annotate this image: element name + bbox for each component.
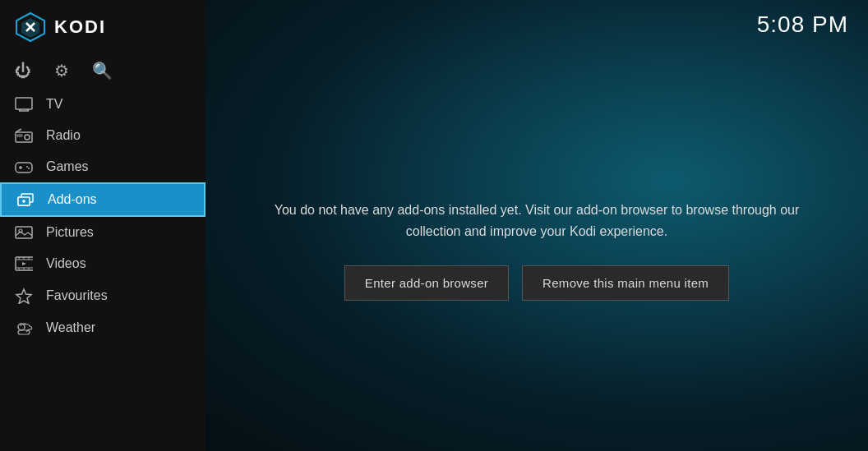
sidebar-item-weather-label: Weather [46, 320, 95, 335]
sidebar-item-games[interactable]: Games [0, 151, 205, 182]
pictures-icon [15, 225, 33, 240]
kodi-logo-icon [15, 12, 46, 43]
sidebar-controls: ⏻ ⚙ 🔍 [0, 54, 205, 89]
sidebar-item-addons-label: Add-ons [48, 192, 97, 207]
content-area: You do not have any add-ons installed ye… [205, 49, 868, 451]
sidebar-item-games-label: Games [46, 159, 89, 174]
videos-icon [15, 256, 33, 271]
svg-rect-12 [16, 163, 32, 173]
sidebar-nav: TV Radio Games [0, 89, 205, 451]
app-title: KODI [54, 16, 106, 38]
enter-addon-browser-button[interactable]: Enter add-on browser [344, 265, 509, 301]
sidebar-item-weather[interactable]: Weather [0, 312, 205, 343]
sidebar-item-favourites[interactable]: Favourites [0, 279, 205, 312]
svg-rect-4 [16, 98, 32, 109]
sidebar: KODI ⏻ ⚙ 🔍 TV Radio [0, 0, 205, 451]
svg-point-15 [26, 166, 28, 168]
top-bar: 5:08 PM [205, 0, 868, 49]
no-addons-message: You do not have any add-ons installed ye… [255, 200, 819, 242]
search-icon[interactable]: 🔍 [92, 61, 113, 81]
action-buttons: Enter add-on browser Remove this main me… [344, 265, 729, 301]
tv-icon [15, 97, 33, 112]
weather-icon [15, 320, 33, 335]
sidebar-item-pictures-label: Pictures [46, 225, 94, 240]
svg-marker-34 [16, 289, 31, 304]
sidebar-item-addons[interactable]: Add-ons [0, 182, 205, 217]
sidebar-item-radio-label: Radio [46, 128, 81, 143]
svg-rect-22 [16, 227, 32, 238]
power-icon[interactable]: ⏻ [15, 62, 31, 81]
games-icon [15, 160, 33, 173]
time-display: 5:08 PM [757, 12, 848, 38]
favourites-icon [15, 288, 33, 304]
main-content: 5:08 PM You do not have any add-ons inst… [205, 0, 868, 451]
sidebar-header: KODI [0, 0, 205, 54]
sidebar-item-videos[interactable]: Videos [0, 248, 205, 279]
remove-menu-item-button[interactable]: Remove this main menu item [522, 265, 729, 301]
sidebar-item-favourites-label: Favourites [46, 288, 108, 303]
svg-rect-36 [18, 330, 30, 334]
sidebar-item-tv[interactable]: TV [0, 89, 205, 120]
svg-rect-11 [17, 135, 22, 136]
sidebar-item-videos-label: Videos [46, 256, 86, 271]
svg-point-16 [28, 168, 30, 169]
settings-icon[interactable]: ⚙ [54, 61, 69, 81]
svg-marker-33 [22, 262, 26, 265]
radio-icon [15, 128, 33, 143]
sidebar-item-tv-label: TV [46, 97, 62, 112]
sidebar-item-pictures[interactable]: Pictures [0, 217, 205, 248]
svg-point-9 [25, 135, 30, 140]
addons-icon [16, 192, 35, 207]
sidebar-item-radio[interactable]: Radio [0, 120, 205, 151]
